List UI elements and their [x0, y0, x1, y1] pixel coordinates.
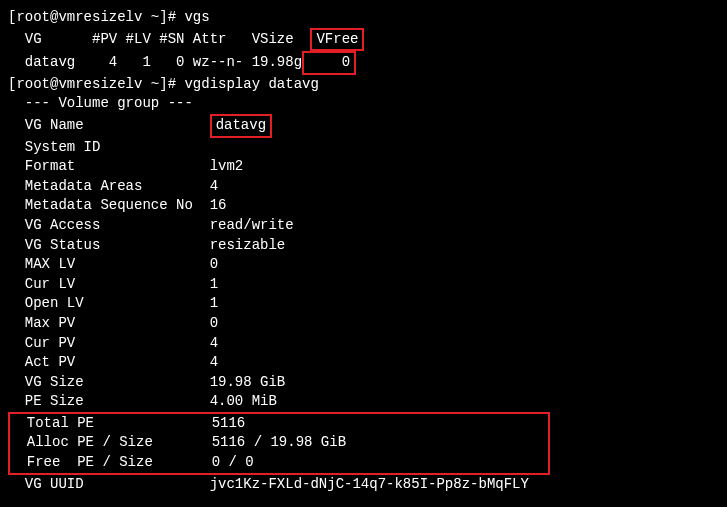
vfree-value-highlight: 0	[302, 51, 356, 75]
shell-prompt-2: [root@vmresizelv ~]#	[8, 76, 184, 92]
terminal-output: [root@vmresizelv ~]# vgs VG #PV #LV #SN …	[8, 8, 719, 494]
vgs-row-pre: datavg 4 1 0 wz--n- 19.98g	[8, 54, 302, 70]
openlv-line: Open LV 1	[8, 294, 719, 314]
vgs-row: datavg 4 1 0 wz--n- 19.98g 0	[8, 51, 719, 75]
prompt-line-2: [root@vmresizelv ~]# vgdisplay datavg	[8, 75, 719, 95]
vgname-line: VG Name datavg	[8, 114, 719, 138]
vgname-label: VG Name	[8, 117, 210, 133]
format-line: Format lvm2	[8, 157, 719, 177]
vgstatus-line: VG Status resizable	[8, 236, 719, 256]
maxpv-line: Max PV 0	[8, 314, 719, 334]
vgname-value-highlight: datavg	[210, 114, 272, 138]
systemid-line: System ID	[8, 138, 719, 158]
vgsize-line: VG Size 19.98 GiB	[8, 373, 719, 393]
allocpe-line: Alloc PE / Size 5116 / 19.98 GiB	[10, 433, 548, 453]
totalpe-line: Total PE 5116	[10, 414, 548, 434]
freepe-line: Free PE / Size 0 / 0	[10, 453, 548, 473]
pe-highlight-block: Total PE 5116 Alloc PE / Size 5116 / 19.…	[8, 412, 550, 475]
command-vgs: vgs	[184, 9, 209, 25]
command-vgdisplay: vgdisplay datavg	[184, 76, 318, 92]
vgs-header-pre: VG #PV #LV #SN Attr VSize	[8, 31, 310, 47]
vgdisplay-section: --- Volume group ---	[8, 94, 719, 114]
metaareas-line: Metadata Areas 4	[8, 177, 719, 197]
pesize-line: PE Size 4.00 MiB	[8, 392, 719, 412]
metaseq-line: Metadata Sequence No 16	[8, 196, 719, 216]
maxlv-line: MAX LV 0	[8, 255, 719, 275]
prompt-line-1: [root@vmresizelv ~]# vgs	[8, 8, 719, 28]
vguuid-line: VG UUID jvc1Kz-FXLd-dNjC-14q7-k85I-Pp8z-…	[8, 475, 719, 495]
actpv-line: Act PV 4	[8, 353, 719, 373]
vgs-header: VG #PV #LV #SN Attr VSize VFree	[8, 28, 719, 52]
vfree-header-highlight: VFree	[310, 28, 364, 52]
shell-prompt: [root@vmresizelv ~]#	[8, 9, 184, 25]
vgaccess-line: VG Access read/write	[8, 216, 719, 236]
curlv-line: Cur LV 1	[8, 275, 719, 295]
curpv-line: Cur PV 4	[8, 334, 719, 354]
